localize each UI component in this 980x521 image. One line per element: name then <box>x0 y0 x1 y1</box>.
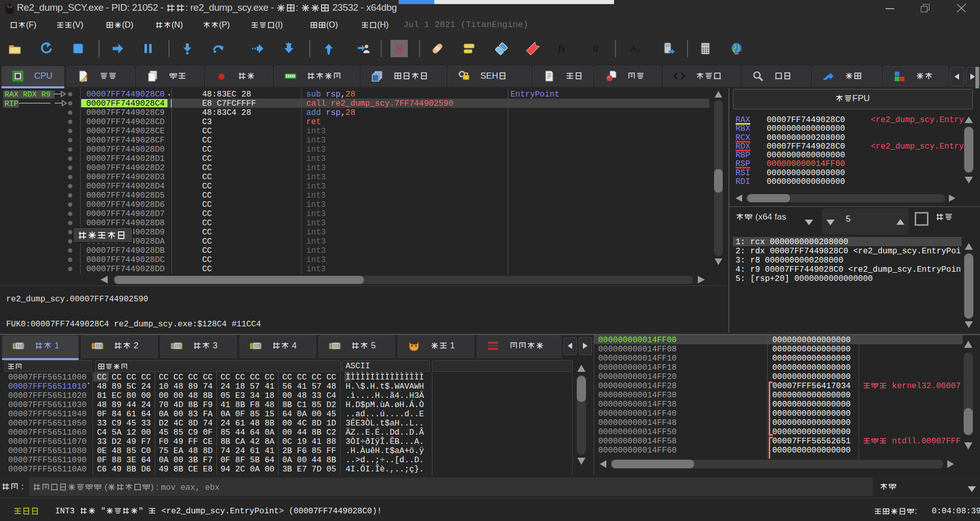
svg-text:2: 2 <box>637 48 640 54</box>
svg-text:S: S <box>396 41 403 56</box>
svg-text:A: A <box>630 44 637 54</box>
svg-text:#: # <box>593 42 599 54</box>
svg-text:fx: fx <box>558 42 566 55</box>
svg-text:64: 64 <box>8 5 12 9</box>
